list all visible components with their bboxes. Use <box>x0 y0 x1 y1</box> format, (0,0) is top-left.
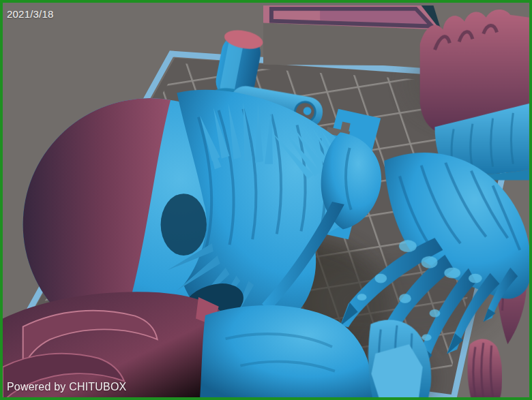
date-watermark: 2021/3/18 <box>7 8 54 20</box>
powered-by-watermark: Powered by CHITUBOX <box>7 381 126 393</box>
chitubox-viewport-frame: 2021/3/18 Powered by CHITUBOX <box>0 0 532 400</box>
slicer-3d-viewport[interactable] <box>3 3 529 397</box>
ribbed-fragment-model[interactable] <box>467 339 502 397</box>
